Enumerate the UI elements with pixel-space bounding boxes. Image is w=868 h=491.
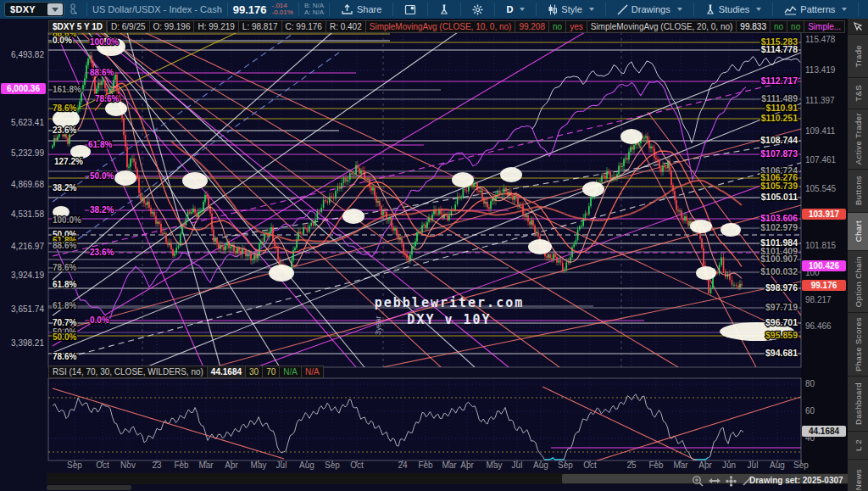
patterns-button[interactable]: Patterns	[778, 0, 853, 19]
more-studies-truncated[interactable]: Simple...	[804, 20, 845, 33]
timeframe-button[interactable]: D	[500, 0, 531, 19]
price-level-label: $98.976	[765, 282, 798, 293]
ohlc-field: D: 6/9/25	[107, 20, 150, 33]
chart-region[interactable]: pebblewriter.comDXY v 10Y3year6,493.825,…	[0, 19, 848, 491]
axis-price-badge: 100.426	[802, 260, 846, 271]
highlight-ellipse[interactable]	[342, 209, 364, 224]
sidebar-tab-t-s[interactable]: T&S	[848, 78, 868, 109]
drawings-label: Drawings	[632, 4, 670, 14]
sidebar-tab-trade[interactable]: Trade	[848, 35, 868, 78]
link-channel-icon[interactable]	[64, 0, 81, 19]
sidebar-tab-active-trader[interactable]: Active Trader	[848, 109, 868, 170]
left-axis-label: 3,651.74	[11, 304, 44, 314]
rsi-oversold-param[interactable]: 30	[246, 365, 263, 378]
drawings-button[interactable]: Drawings	[611, 0, 688, 19]
sidebar-tab-news[interactable]: News	[848, 460, 868, 491]
right-axis-tick: 107.461	[805, 155, 837, 165]
fib-retracement-label: 38.2%	[53, 183, 76, 192]
price-level-label: $94.681	[765, 348, 798, 358]
pointer-cursor-icon[interactable]	[848, 19, 868, 35]
zoom-in-icon[interactable]	[692, 475, 704, 487]
ohlc-field: L: 98.817	[239, 20, 282, 33]
highlight-ellipse[interactable]	[269, 265, 294, 282]
axis-price-badge: 99.176	[802, 280, 846, 291]
symbol-input[interactable]: $DXY	[4, 2, 64, 17]
rsi-value-badge: 44.1684	[802, 426, 846, 437]
rsi-label[interactable]: RSI (14, 70, 30, CLOSE, WILDERS, no)	[48, 365, 208, 378]
chart-header: $DXY 5 Y 1D D: 6/9/25O: 99.196H: 99.219L…	[48, 20, 845, 33]
sidebar-tab-option-chain[interactable]: Option Chain	[848, 251, 868, 313]
price-level-label: $100.032	[760, 266, 798, 276]
share-button[interactable]: Share	[335, 0, 387, 19]
sidebar-tab-label: Trade	[854, 45, 863, 67]
ask-value: A: N/A	[304, 9, 324, 16]
settings-gear-icon[interactable]	[466, 0, 489, 19]
rsi-overbought-param[interactable]: 70	[263, 365, 280, 378]
studies-button[interactable]: Studies	[699, 0, 768, 19]
studies-label: Studies	[719, 4, 750, 14]
sidebar-tab-phase-scores[interactable]: Phase Scores	[848, 313, 868, 377]
sidebar-tab-l-2[interactable]: L 2	[848, 432, 868, 460]
sma10-flag2[interactable]: yes	[566, 20, 587, 33]
right-axis-tick: 109.411	[805, 126, 836, 136]
sidebar-tab-chart[interactable]: Chart	[848, 213, 868, 251]
sidebar-tab-label: T&S	[854, 85, 863, 102]
price-level-label: $108.744	[760, 135, 798, 145]
sma20-flag2[interactable]: no	[787, 20, 804, 33]
fib-retracement-label: 78.6%	[53, 103, 76, 113]
highlight-ellipse[interactable]	[452, 172, 474, 187]
axis-price-badge: 103.917	[802, 209, 846, 220]
bottom-left-tab[interactable]	[47, 485, 131, 490]
style-label: Style	[561, 4, 581, 14]
highlight-ellipse[interactable]	[696, 266, 716, 280]
highlight-ellipse[interactable]	[528, 239, 552, 254]
highlight-ellipse[interactable]	[182, 172, 208, 189]
style-button[interactable]: Style	[542, 0, 599, 19]
fib-retracement-label: 61.8%	[53, 280, 76, 289]
symbol-dropdown-button[interactable]	[47, 3, 63, 15]
symbol-description: US Dollar/USDX - Index - Cash	[92, 4, 222, 14]
fib-retracement-label: 88.6%	[90, 68, 114, 77]
highlight-ellipse[interactable]	[620, 129, 643, 144]
highlight-ellipse[interactable]	[500, 167, 522, 182]
price-level-label: $97.719	[765, 302, 798, 312]
sma10-label[interactable]: SimpleMovingAvg (CLOSE, 10, 0, no)	[366, 20, 516, 33]
analysis-flask-button[interactable]	[433, 0, 455, 19]
pan-arrows-icon[interactable]	[709, 476, 721, 486]
sma20-label[interactable]: SimpleMovingAvg (CLOSE, 20, 0, no)	[587, 20, 737, 33]
highlight-ellipse[interactable]	[721, 223, 741, 237]
highlight-ellipse[interactable]	[114, 170, 136, 186]
highlight-ellipse[interactable]	[690, 220, 712, 233]
notes-button[interactable]	[398, 0, 422, 19]
fib-retracement-label: 61.8%	[88, 140, 112, 149]
top-toolbar: $DXY US Dollar/USDX - Index - Cash 99.17…	[0, 0, 868, 19]
sidebar-tab-buttons[interactable]: Buttons	[848, 170, 868, 213]
ohlc-field: C: 99.176	[282, 20, 326, 33]
fib-retracement-label: 161.8%	[53, 85, 81, 94]
chart-symbol-timeframe[interactable]: $DXY 5 Y 1D	[48, 20, 107, 33]
auto-scale-icon[interactable]	[726, 476, 737, 487]
right-axis-tick: 96.466	[805, 321, 832, 331]
fib-retracement-label: 23.6%	[53, 126, 76, 135]
timeframe-label: D	[506, 4, 513, 14]
gadget-sidebar: TradeT&SActive TraderButtonsChartOption …	[848, 19, 868, 491]
list-menu-icon[interactable]	[864, 0, 868, 19]
highlight-ellipse[interactable]	[582, 181, 604, 197]
sidebar-tab-dashboard[interactable]: Dashboard	[848, 377, 868, 432]
price-level-label: $96.701	[765, 317, 798, 327]
fib-retracement-label: 38.2%	[90, 205, 114, 215]
main-chart-canvas[interactable]: pebblewriter.comDXY v 10Y3year6,493.825,…	[0, 19, 848, 491]
ohlc-field: H: 99.219	[194, 20, 238, 33]
price-level-label: $114.778	[761, 44, 798, 54]
fib-retracement-label: 61.8%	[53, 301, 76, 310]
left-axis-label: 5,232.99	[11, 148, 44, 158]
price-level-label: $105.739	[760, 181, 798, 191]
sma10-flag1[interactable]: no	[549, 20, 566, 33]
share-label: Share	[357, 4, 381, 14]
price-level-label: $95.859	[765, 330, 798, 340]
sidebar-tab-label: Active Trader	[854, 113, 863, 165]
sma20-flag1[interactable]: no	[771, 20, 787, 33]
sidebar-tab-label: L 2	[854, 439, 863, 451]
price-level-label: $107.873	[760, 148, 798, 159]
ohlc-field: O: 99.196	[150, 20, 195, 33]
